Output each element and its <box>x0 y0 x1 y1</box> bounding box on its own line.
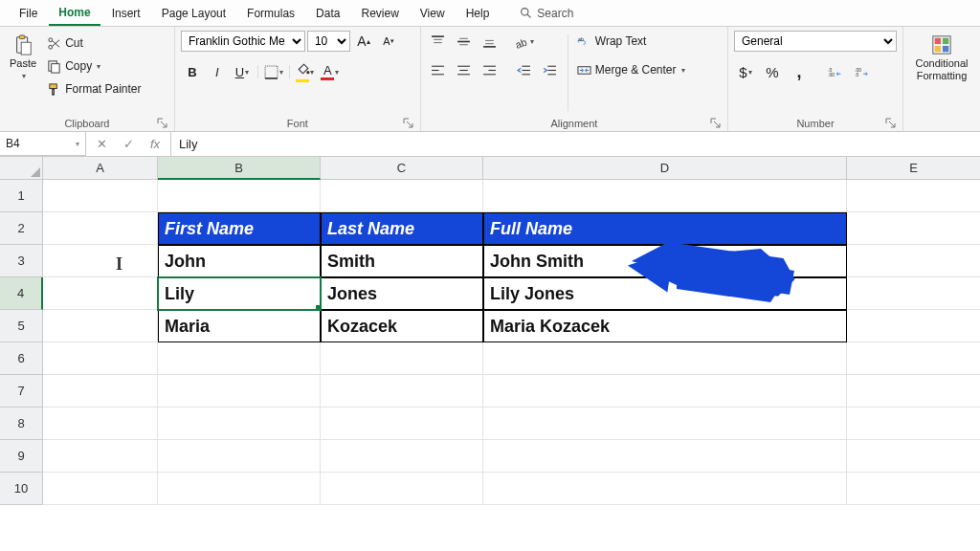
borders-button[interactable]: ▾ <box>262 61 285 82</box>
cell-c6[interactable] <box>321 342 483 375</box>
tab-formulas[interactable]: Formulas <box>237 2 304 25</box>
bold-button[interactable]: B <box>181 61 204 82</box>
italic-button[interactable]: I <box>206 61 229 82</box>
cell-d5[interactable]: Maria Kozacek <box>483 310 847 342</box>
tab-file[interactable]: File <box>10 2 47 25</box>
cell-b1[interactable] <box>158 180 321 212</box>
cut-button[interactable]: Cut <box>44 33 144 54</box>
dialog-launcher-icon[interactable] <box>157 118 168 129</box>
increase-indent-button[interactable] <box>539 59 562 80</box>
cell-e3[interactable] <box>847 245 980 277</box>
row-header-7[interactable]: 7 <box>0 375 43 408</box>
comma-button[interactable]: , <box>788 61 811 82</box>
copy-button[interactable]: Copy▾ <box>44 55 144 77</box>
increase-font-button[interactable]: A▴ <box>352 31 375 52</box>
conditional-formatting-button[interactable]: Conditional Formatting <box>909 31 974 85</box>
cell-a10[interactable] <box>43 473 158 505</box>
decrease-font-button[interactable]: A▾ <box>377 31 400 52</box>
formula-input[interactable]: Lily <box>171 132 980 156</box>
underline-button[interactable]: U▾ <box>231 61 254 82</box>
col-header-a[interactable]: A <box>43 157 158 180</box>
cell-b5[interactable]: Maria <box>158 310 321 342</box>
cell-b10[interactable] <box>158 473 321 505</box>
cell-d1[interactable] <box>483 180 847 212</box>
decrease-decimal-button[interactable]: .00.0 <box>851 61 874 82</box>
currency-button[interactable]: $▾ <box>734 61 757 82</box>
col-header-d[interactable]: D <box>483 157 847 180</box>
cell-d6[interactable] <box>483 342 847 375</box>
cell-b4[interactable]: Lily <box>158 277 321 310</box>
row-header-5[interactable]: 5 <box>0 310 43 342</box>
cell-c8[interactable] <box>321 408 483 440</box>
cell-e2[interactable] <box>847 212 980 245</box>
cell-c2[interactable]: Last Name <box>321 212 483 245</box>
cell-a7[interactable] <box>43 375 158 408</box>
percent-button[interactable]: % <box>761 61 784 82</box>
col-header-c[interactable]: C <box>321 157 483 180</box>
col-header-b[interactable]: B <box>158 157 321 180</box>
cell-c3[interactable]: Smith <box>321 245 483 277</box>
row-header-10[interactable]: 10 <box>0 473 43 505</box>
tab-page-layout[interactable]: Page Layout <box>152 2 235 25</box>
cell-b7[interactable] <box>158 375 321 408</box>
cell-d8[interactable] <box>483 408 847 440</box>
cell-d4[interactable]: Lily Jones <box>483 277 847 310</box>
increase-decimal-button[interactable]: .0.00 <box>824 61 847 82</box>
align-right-button[interactable] <box>479 59 501 80</box>
cell-a2[interactable] <box>43 212 158 245</box>
tab-search[interactable]: Search <box>520 7 573 20</box>
cell-d2[interactable]: Full Name <box>483 212 847 245</box>
cell-e4[interactable] <box>847 277 980 310</box>
fill-color-button[interactable]: ▾ <box>294 61 317 82</box>
row-header-6[interactable]: 6 <box>0 342 43 375</box>
cell-d7[interactable] <box>483 375 847 408</box>
tab-review[interactable]: Review <box>351 2 408 25</box>
row-header-2[interactable]: 2 <box>0 212 43 245</box>
cell-d10[interactable] <box>483 473 847 505</box>
cell-b8[interactable] <box>158 408 321 440</box>
row-header-8[interactable]: 8 <box>0 408 43 440</box>
align-left-button[interactable] <box>427 59 450 80</box>
insert-function-button[interactable]: fx <box>142 137 168 151</box>
dialog-launcher-icon[interactable] <box>885 118 897 129</box>
tab-view[interactable]: View <box>411 2 455 25</box>
cell-a9[interactable] <box>43 440 158 473</box>
cell-a8[interactable] <box>43 408 158 440</box>
cell-a3[interactable]: I <box>43 245 158 277</box>
cell-e9[interactable] <box>847 440 980 473</box>
format-painter-button[interactable]: Format Painter <box>44 78 144 99</box>
cell-e7[interactable] <box>847 375 980 408</box>
cell-a5[interactable] <box>43 310 158 342</box>
row-header-9[interactable]: 9 <box>0 440 43 473</box>
cell-b2[interactable]: First Name <box>158 212 321 245</box>
align-middle-button[interactable] <box>453 31 476 52</box>
cell-a1[interactable] <box>43 180 158 212</box>
font-color-button[interactable]: A▾ <box>319 61 342 82</box>
dialog-launcher-icon[interactable] <box>710 118 722 129</box>
cell-e10[interactable] <box>847 473 980 505</box>
tab-insert[interactable]: Insert <box>102 2 150 25</box>
cell-c9[interactable] <box>321 440 483 473</box>
cell-a6[interactable] <box>43 342 158 375</box>
cell-a4[interactable] <box>43 277 158 310</box>
row-header-4[interactable]: 4 <box>0 277 43 310</box>
tab-data[interactable]: Data <box>306 2 349 25</box>
align-bottom-button[interactable] <box>479 31 501 52</box>
row-header-1[interactable]: 1 <box>0 180 43 212</box>
decrease-indent-button[interactable] <box>513 59 536 80</box>
cell-c10[interactable] <box>321 473 483 505</box>
cell-e8[interactable] <box>847 408 980 440</box>
merge-center-button[interactable]: Merge & Center▾ <box>574 59 688 80</box>
tab-help[interactable]: Help <box>457 2 500 25</box>
cell-d9[interactable] <box>483 440 847 473</box>
formula-cancel-button[interactable]: ✕ <box>88 137 115 151</box>
paste-button[interactable]: Paste ▾ <box>6 31 40 84</box>
cell-b6[interactable] <box>158 342 321 375</box>
chevron-down-icon[interactable]: ▾ <box>76 140 79 148</box>
cell-d3[interactable]: John Smith <box>483 245 847 277</box>
tab-home[interactable]: Home <box>49 1 100 26</box>
font-name-select[interactable]: Franklin Gothic Me <box>181 31 305 52</box>
align-top-button[interactable] <box>427 31 450 52</box>
cell-b3[interactable]: John <box>158 245 321 277</box>
formula-enter-button[interactable]: ✓ <box>115 137 142 151</box>
